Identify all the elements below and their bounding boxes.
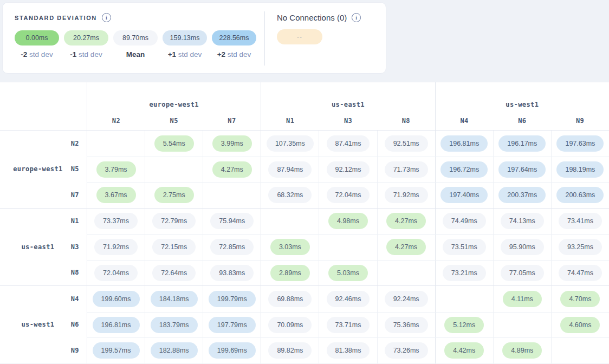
latency-pill[interactable]: 73.21ms	[443, 265, 486, 281]
latency-pill[interactable]: 74.47ms	[559, 265, 602, 281]
latency-cell: 4.98ms	[319, 209, 377, 235]
latency-pill[interactable]: 5.03ms	[328, 265, 368, 281]
info-icon[interactable]: i	[352, 13, 361, 22]
latency-pill[interactable]: 93.25ms	[559, 239, 602, 255]
latency-pill[interactable]: 89.82ms	[268, 342, 312, 359]
latency-pill[interactable]: 2.89ms	[270, 265, 310, 281]
latency-pill[interactable]: 107.35ms	[267, 135, 314, 152]
latency-pill[interactable]: 4.89ms	[502, 342, 542, 359]
latency-pill[interactable]: 71.92ms	[94, 239, 138, 255]
latency-pill[interactable]: 4.11ms	[503, 291, 542, 307]
latency-cell: 4.27ms	[203, 157, 261, 183]
column-region-group: us-west1N4N6N9	[435, 82, 609, 130]
latency-pill[interactable]: 70.09ms	[268, 317, 312, 333]
latency-pill[interactable]: 87.94ms	[268, 161, 312, 178]
latency-pill[interactable]: 4.27ms	[386, 239, 426, 255]
latency-pill[interactable]: 4.27ms	[386, 213, 426, 229]
matrix-row: N872.04ms72.64ms93.83ms2.89ms5.03ms73.21…	[0, 260, 609, 286]
latency-pill[interactable]: 198.19ms	[556, 161, 604, 178]
latency-pill[interactable]: 199.60ms	[93, 291, 140, 307]
latency-pill[interactable]: 183.79ms	[151, 317, 198, 333]
latency-pill[interactable]: 4.27ms	[212, 161, 252, 178]
latency-pill[interactable]: 68.32ms	[268, 187, 312, 203]
legend-chip-row: 0.00ms20.27ms89.70ms159.13ms228.56ms	[15, 30, 264, 46]
latency-pill[interactable]: 200.63ms	[556, 187, 604, 203]
latency-pill[interactable]: 3.79ms	[96, 161, 136, 178]
latency-pill[interactable]: 75.94ms	[210, 213, 254, 229]
latency-cell: 71.92ms	[87, 235, 145, 260]
legend-chip: 89.70ms	[113, 30, 158, 46]
latency-cell: 197.79ms	[203, 313, 261, 338]
latency-pill[interactable]: 92.51ms	[385, 135, 428, 152]
latency-pill[interactable]: 3.99ms	[212, 135, 252, 152]
latency-pill[interactable]: 4.60ms	[560, 317, 600, 333]
latency-pill[interactable]: 184.18ms	[151, 291, 198, 307]
latency-pill[interactable]: 196.81ms	[440, 135, 488, 152]
latency-cell: 75.36ms	[377, 313, 435, 338]
legend-chip: 228.56ms	[212, 30, 256, 46]
latency-pill[interactable]: 74.49ms	[443, 213, 486, 229]
latency-pill[interactable]: 69.88ms	[268, 291, 312, 307]
latency-pill[interactable]: 197.79ms	[209, 317, 256, 333]
latency-pill[interactable]: 4.70ms	[560, 291, 600, 307]
latency-cell: 198.19ms	[551, 157, 609, 183]
latency-cell: 74.47ms	[551, 261, 609, 286]
latency-pill[interactable]: 71.92ms	[385, 187, 428, 203]
latency-pill[interactable]: 81.38ms	[327, 342, 370, 359]
latency-pill[interactable]: 196.17ms	[498, 135, 546, 152]
latency-cell: 4.60ms	[551, 313, 609, 338]
latency-pill[interactable]: 87.41ms	[327, 135, 370, 152]
latency-pill[interactable]: 74.13ms	[501, 213, 544, 229]
latency-pill[interactable]: 71.73ms	[385, 161, 428, 178]
latency-pill[interactable]: 75.36ms	[385, 317, 428, 333]
latency-pill[interactable]: 72.04ms	[327, 187, 370, 203]
latency-pill[interactable]: 197.64ms	[498, 161, 546, 178]
latency-pill[interactable]: 3.03ms	[270, 239, 310, 255]
latency-cell: 74.49ms	[435, 209, 493, 235]
latency-pill[interactable]: 197.63ms	[556, 135, 604, 152]
latency-pill[interactable]: 93.83ms	[210, 265, 254, 281]
latency-pill[interactable]: 73.41ms	[559, 213, 602, 229]
latency-pill[interactable]: 72.15ms	[152, 239, 196, 255]
latency-cell: 5.12ms	[435, 313, 493, 338]
latency-pill[interactable]: 73.26ms	[385, 342, 428, 359]
latency-pill[interactable]: 197.40ms	[440, 187, 488, 203]
latency-pill[interactable]: 196.72ms	[440, 161, 488, 178]
latency-cell	[145, 157, 203, 183]
latency-pill[interactable]: 2.75ms	[154, 187, 194, 203]
matrix-row-cells: 196.81ms183.79ms197.79ms70.09ms73.71ms75…	[87, 312, 609, 338]
latency-pill[interactable]: 73.37ms	[94, 213, 138, 229]
legend-chip: 0.00ms	[15, 30, 59, 46]
latency-cell: 71.92ms	[377, 183, 435, 208]
latency-pill[interactable]: 92.46ms	[327, 291, 370, 307]
latency-cell: 5.03ms	[319, 261, 377, 286]
latency-pill[interactable]: 72.64ms	[152, 265, 196, 281]
latency-pill[interactable]: 4.98ms	[328, 213, 368, 229]
latency-pill[interactable]: 73.71ms	[327, 317, 370, 333]
latency-pill[interactable]: 73.51ms	[443, 239, 486, 255]
latency-pill[interactable]: 5.54ms	[154, 135, 194, 152]
latency-pill[interactable]: 72.85ms	[210, 239, 254, 255]
latency-pill[interactable]: 77.05ms	[501, 265, 544, 281]
column-region-label: us-west1	[436, 101, 609, 108]
latency-cell	[551, 338, 609, 363]
info-icon[interactable]: i	[102, 13, 111, 22]
latency-pill[interactable]: 182.88ms	[151, 342, 198, 359]
latency-pill[interactable]: 72.04ms	[94, 265, 138, 281]
latency-pill[interactable]: 200.37ms	[498, 187, 546, 203]
latency-pill[interactable]: 92.24ms	[385, 291, 428, 307]
latency-pill[interactable]: 95.90ms	[501, 239, 544, 255]
column-node-row: N2N5N7	[87, 117, 261, 125]
latency-pill[interactable]: 196.81ms	[93, 317, 140, 333]
latency-pill[interactable]: 199.57ms	[93, 342, 140, 359]
latency-pill[interactable]: 199.69ms	[209, 342, 256, 359]
latency-pill[interactable]: 92.12ms	[327, 161, 370, 178]
latency-pill[interactable]: 72.79ms	[152, 213, 196, 229]
latency-pill[interactable]: 199.79ms	[209, 291, 256, 307]
latency-pill[interactable]: 3.67ms	[96, 187, 136, 203]
latency-pill[interactable]: 4.42ms	[444, 342, 484, 359]
latency-pill[interactable]: 5.12ms	[444, 317, 484, 333]
row-region-label: us-west1	[0, 286, 76, 363]
latency-cell: 3.99ms	[203, 131, 261, 157]
legend-chip-label: Mean	[113, 50, 158, 58]
